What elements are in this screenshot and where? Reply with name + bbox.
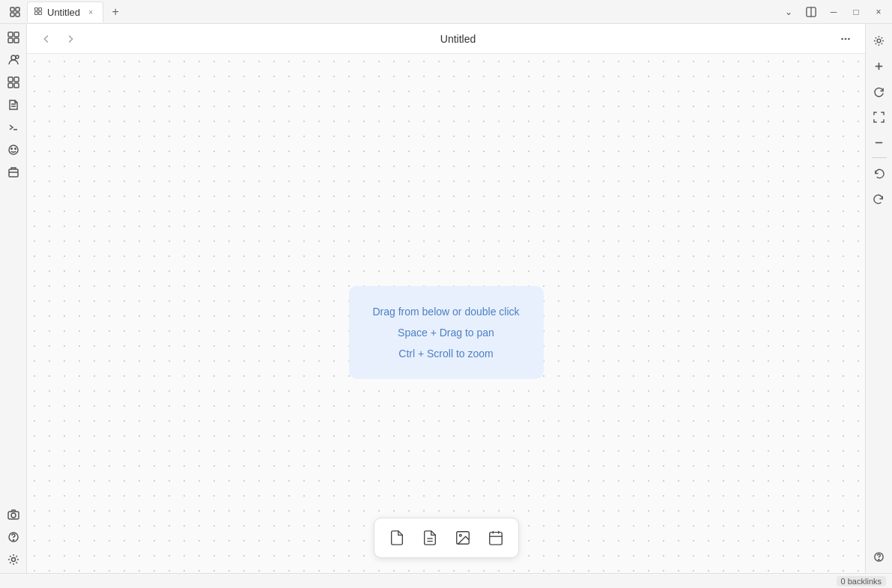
- new-image-tool[interactable]: [448, 523, 478, 553]
- refresh-icon[interactable]: [869, 81, 890, 102]
- svg-point-44: [877, 39, 881, 43]
- hint-line2: Space + Drag to pan: [372, 321, 519, 342]
- svg-point-32: [11, 558, 15, 562]
- svg-rect-16: [8, 77, 13, 82]
- back-button[interactable]: [36, 28, 57, 49]
- svg-rect-4: [35, 7, 38, 10]
- hint-line1: Drag from below or double click: [372, 300, 519, 321]
- svg-rect-10: [8, 32, 13, 37]
- title-bar: Untitled × + ⌄ ─ □ ×: [0, 0, 892, 24]
- help-right-icon[interactable]: [869, 546, 890, 567]
- tab-icon: [34, 7, 43, 18]
- pages-icon[interactable]: [3, 94, 24, 115]
- svg-rect-5: [39, 7, 42, 10]
- left-sidebar: [0, 24, 27, 573]
- svg-point-25: [14, 148, 16, 150]
- svg-rect-6: [35, 11, 38, 14]
- main-area: Untitled Drag from below or double click…: [0, 24, 892, 573]
- svg-point-23: [9, 145, 18, 154]
- zoom-out-icon[interactable]: [869, 132, 890, 153]
- tab-dropdown-button[interactable]: ⌄: [778, 1, 799, 22]
- people-icon[interactable]: [3, 49, 24, 70]
- svg-point-31: [13, 539, 13, 540]
- undo-icon[interactable]: [869, 163, 890, 184]
- help-bottom-icon[interactable]: [3, 527, 24, 548]
- new-doc-tool[interactable]: [415, 523, 445, 553]
- settings-right-icon[interactable]: [869, 30, 890, 51]
- svg-point-15: [16, 55, 19, 58]
- forward-button[interactable]: [60, 28, 81, 49]
- svg-point-35: [848, 37, 850, 40]
- svg-rect-2: [10, 13, 14, 16]
- minimize-button[interactable]: ─: [823, 1, 844, 22]
- fit-screen-icon[interactable]: [869, 106, 890, 127]
- svg-rect-3: [16, 13, 19, 16]
- split-view-button[interactable]: [801, 1, 822, 22]
- svg-point-24: [10, 148, 12, 150]
- svg-point-33: [841, 37, 843, 40]
- right-toolbar: [865, 24, 892, 573]
- svg-rect-13: [14, 38, 19, 43]
- page-title: Untitled: [84, 33, 832, 45]
- svg-rect-12: [8, 38, 13, 43]
- svg-point-49: [879, 559, 879, 560]
- apps-icon[interactable]: [3, 27, 24, 48]
- svg-rect-26: [9, 169, 18, 177]
- svg-point-39: [459, 534, 461, 536]
- svg-rect-17: [14, 77, 19, 82]
- svg-rect-1: [16, 7, 19, 11]
- svg-point-14: [11, 55, 16, 60]
- canvas[interactable]: Drag from below or double click Space + …: [27, 54, 865, 573]
- emoji-icon[interactable]: [3, 139, 24, 160]
- new-note-tool[interactable]: [382, 523, 412, 553]
- top-toolbar: Untitled: [27, 24, 865, 54]
- svg-rect-0: [10, 7, 14, 11]
- canvas-area: Untitled Drag from below or double click…: [27, 24, 865, 573]
- svg-rect-18: [8, 83, 13, 88]
- tab-title: Untitled: [47, 7, 80, 18]
- settings-bottom-icon[interactable]: [3, 549, 24, 570]
- svg-point-29: [11, 513, 16, 518]
- svg-point-34: [845, 37, 847, 40]
- current-tab[interactable]: Untitled ×: [27, 1, 103, 22]
- redo-icon[interactable]: [869, 188, 890, 209]
- svg-rect-40: [489, 533, 502, 545]
- title-bar-right: ⌄ ─ □ ×: [778, 1, 892, 22]
- title-bar-left: Untitled × +: [0, 1, 124, 22]
- hint-line3: Ctrl + Scroll to zoom: [372, 342, 519, 363]
- blocks-icon[interactable]: [3, 72, 24, 93]
- bottom-toolbar: [374, 518, 519, 558]
- new-event-tool[interactable]: [481, 523, 511, 553]
- camera-icon[interactable]: [3, 504, 24, 525]
- backlinks-badge: 0 backlinks: [837, 576, 886, 587]
- window-icon: [6, 3, 24, 21]
- package-icon[interactable]: [3, 162, 24, 183]
- svg-rect-7: [39, 11, 42, 14]
- right-divider: [872, 157, 887, 158]
- svg-rect-11: [14, 32, 19, 37]
- new-tab-button[interactable]: +: [106, 3, 124, 21]
- svg-rect-19: [14, 83, 19, 88]
- close-window-button[interactable]: ×: [868, 1, 889, 22]
- status-bar: 0 backlinks: [0, 573, 892, 588]
- more-options-button[interactable]: [835, 28, 856, 49]
- zoom-in-icon[interactable]: [869, 55, 890, 76]
- hint-tooltip: Drag from below or double click Space + …: [348, 285, 543, 378]
- tab-close-button[interactable]: ×: [85, 6, 97, 18]
- terminal-icon[interactable]: [3, 117, 24, 138]
- maximize-button[interactable]: □: [846, 1, 867, 22]
